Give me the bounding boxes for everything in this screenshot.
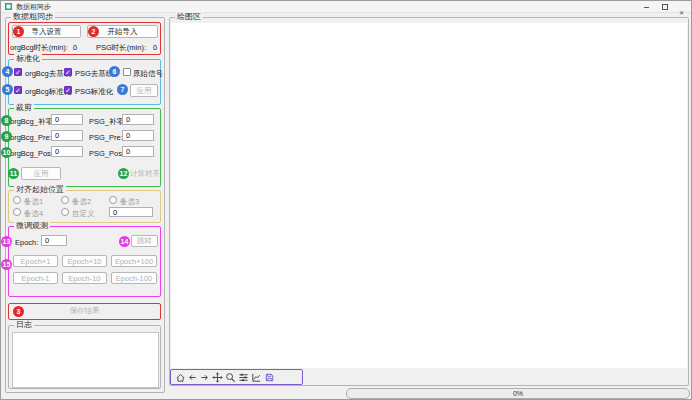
progress-text: 0% <box>513 390 523 397</box>
save-figure-icon[interactable] <box>264 372 275 383</box>
align-option4-radio[interactable] <box>13 208 21 216</box>
epoch-plus1-button[interactable]: Epoch+1 <box>13 255 58 267</box>
epoch-input[interactable]: 0 <box>41 235 67 246</box>
psg-pre-input[interactable]: 0 <box>122 130 154 141</box>
psg-normalize-label: PSG标准化 <box>75 87 113 96</box>
align-custom-radio[interactable] <box>61 208 69 216</box>
orgbcg-detrend-checkbox[interactable]: ✓ <box>14 68 22 76</box>
badge-9: 9 <box>1 131 12 142</box>
align-option1-label: 备选1 <box>24 197 43 206</box>
badge-1: 1 <box>13 26 24 37</box>
plot-area-title: 绘图区 <box>175 12 203 22</box>
align-custom-label: 自定义 <box>72 209 95 218</box>
psg-pad-input[interactable]: 0 <box>122 114 154 125</box>
epoch-minus100-button[interactable]: Epoch-100 <box>111 272 157 284</box>
badge-15: 15 <box>1 259 12 270</box>
epoch-label: Epoch: <box>15 238 38 247</box>
plot-canvas[interactable] <box>171 23 687 368</box>
align-option3-label: 备选3 <box>120 197 139 206</box>
close-icon: ✕ <box>679 10 684 16</box>
psg-normalize-checkbox[interactable]: ✓ <box>64 86 72 94</box>
normalize-title: 标准化 <box>14 54 42 64</box>
align-option2-radio[interactable] <box>61 196 69 204</box>
badge-11: 11 <box>8 168 19 179</box>
badge-4: 4 <box>2 66 13 77</box>
log-textarea[interactable] <box>12 332 159 388</box>
align-option1-radio[interactable] <box>13 196 21 204</box>
align-option2-label: 备选2 <box>72 197 91 206</box>
orgbcg-normalize-checkbox[interactable]: ✓ <box>14 86 22 94</box>
app-icon <box>5 3 12 10</box>
psg-post-label: PSG_Post: <box>89 149 126 158</box>
jump-button[interactable]: 跳转 <box>131 235 158 247</box>
orgbcg-pre-input[interactable]: 0 <box>51 130 83 141</box>
log-box: 日志 <box>8 325 161 389</box>
plot-toolbar <box>170 369 303 385</box>
align-option3-radio[interactable] <box>109 196 117 204</box>
pan-icon[interactable] <box>212 372 223 383</box>
minimize-icon <box>644 7 649 8</box>
left-panel-title: 数据粗同步 <box>11 12 55 22</box>
normalize-apply-button[interactable]: 应用 <box>130 84 158 97</box>
calc-align-button[interactable]: 计算对齐 <box>129 167 161 180</box>
close-button[interactable]: ✕ <box>673 1 690 12</box>
finetune-title: 微调观测 <box>14 221 50 231</box>
epoch-plus10-button[interactable]: Epoch+10 <box>62 255 107 267</box>
orgbcg-post-input[interactable]: 0 <box>51 146 83 157</box>
orgbcg-pad-label: orgBcg_补零: <box>10 117 55 126</box>
psg-post-input[interactable]: 0 <box>122 146 154 157</box>
save-results-button[interactable]: 保存结果 <box>10 304 159 318</box>
badge-3: 3 <box>13 306 24 317</box>
back-icon[interactable] <box>187 372 198 383</box>
app-window: 数据粗同步 ✕ 数据粗同步 导入设置 开始导入 1 2 orgBcg时长(min… <box>0 0 692 400</box>
zoom-icon[interactable] <box>225 372 236 383</box>
log-title: 日志 <box>14 320 34 330</box>
epoch-minus10-button[interactable]: Epoch-10 <box>62 272 107 284</box>
psg-detrend-label: PSG去基线 <box>75 69 113 78</box>
badge-14: 14 <box>119 236 130 247</box>
title-bar: 数据粗同步 ✕ <box>1 1 691 13</box>
align-custom-input[interactable]: 0 <box>109 207 153 217</box>
psg-duration-value: 0 <box>153 43 157 52</box>
badge-5: 5 <box>2 84 13 95</box>
align-option4-label: 备选4 <box>24 209 43 218</box>
window-title: 数据粗同步 <box>16 1 51 12</box>
home-icon[interactable] <box>175 372 186 383</box>
align-start-title: 对齐起始位置 <box>14 185 66 195</box>
psg-pre-label: PSG_Pre: <box>89 133 123 142</box>
minimize-button[interactable] <box>638 1 655 12</box>
badge-7: 7 <box>117 84 128 95</box>
progress-bar: 0% <box>346 388 690 399</box>
psg-detrend-checkbox[interactable]: ✓ <box>64 68 72 76</box>
badge-8: 8 <box>1 115 12 126</box>
epoch-plus100-button[interactable]: Epoch+100 <box>111 255 157 267</box>
badge-2: 2 <box>88 26 99 37</box>
raw-signal-label: 原始信号 <box>133 69 163 78</box>
orgbcg-pad-input[interactable]: 0 <box>51 114 83 125</box>
epoch-minus1-button[interactable]: Epoch-1 <box>13 272 58 284</box>
crop-apply-button[interactable]: 应用 <box>21 167 61 180</box>
normalize-box: 标准化 <box>8 59 161 105</box>
badge-6: 6 <box>109 66 120 77</box>
subplots-icon[interactable] <box>238 372 249 383</box>
orgbcg-post-label: orgBcg_Post: <box>10 149 55 158</box>
customize-icon[interactable] <box>251 372 262 383</box>
orgbcg-pre-label: orgBcg_Pre: <box>10 133 52 142</box>
psg-pad-label: PSG_补零: <box>89 117 126 126</box>
forward-icon[interactable] <box>199 372 210 383</box>
badge-12: 12 <box>118 168 129 179</box>
orgbcg-duration-label: orgBcg时长(min): <box>10 43 68 52</box>
badge-10: 10 <box>1 147 12 158</box>
maximize-button[interactable] <box>656 1 673 12</box>
raw-signal-checkbox[interactable] <box>123 68 131 76</box>
crop-title: 裁剪 <box>14 103 34 113</box>
orgbcg-duration-value: 0 <box>73 43 77 52</box>
maximize-icon <box>662 4 668 10</box>
badge-13: 13 <box>1 236 12 247</box>
psg-duration-label: PSG时长(min): <box>96 43 146 52</box>
